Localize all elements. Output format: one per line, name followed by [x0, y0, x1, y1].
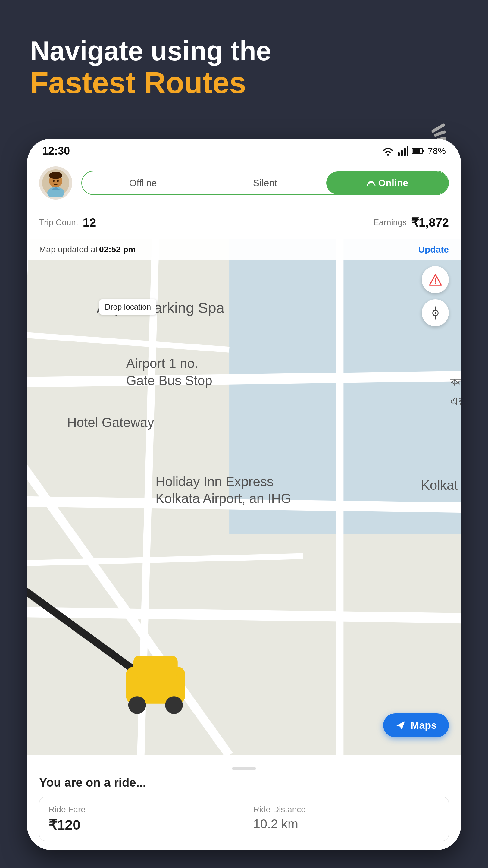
driver-header: Offline Silent Online [27, 160, 461, 206]
ride-fare-label: Ride Fare [48, 805, 235, 814]
phone-mockup: 12:30 [27, 138, 461, 850]
ride-details-card: Ride Fare ₹120 Ride Distance 10.2 km [39, 797, 449, 841]
svg-point-13 [57, 180, 59, 182]
silent-mode-btn[interactable]: Silent [204, 172, 326, 194]
svg-rect-6 [423, 150, 424, 152]
map-updated-label: Map updated at [39, 245, 98, 254]
phone-screen: 12:30 [27, 138, 461, 850]
ride-distance-value: 10.2 km [253, 817, 440, 831]
earnings-stat: Earnings ₹1,872 [244, 216, 449, 229]
battery-percent: 78% [428, 146, 446, 156]
trip-count-stat: Trip Count 12 [39, 216, 244, 229]
svg-point-12 [53, 180, 55, 182]
earnings-label: Earnings [373, 218, 407, 227]
trip-count-label: Trip Count [39, 218, 78, 227]
wifi-icon [382, 146, 394, 156]
ride-distance-item: Ride Distance 10.2 km [244, 797, 449, 841]
signal-icon [398, 146, 409, 156]
svg-point-0 [387, 154, 389, 156]
svg-text:Kolkata Airport, an IHG: Kolkata Airport, an IHG [156, 491, 291, 506]
status-icons: 78% [382, 146, 446, 156]
map-update-bar: Map updated at 02:52 pm Update [27, 239, 461, 260]
battery-icon [412, 147, 424, 155]
svg-rect-31 [133, 656, 178, 678]
avatar [39, 166, 72, 199]
map-container: Durganagar Airport Parking Spa Airport 1… [27, 239, 461, 755]
svg-rect-3 [404, 148, 406, 156]
drop-location-label: Drop location [99, 299, 156, 315]
svg-text:Airport 1 no.: Airport 1 no. [126, 356, 198, 371]
online-label: Online [378, 178, 409, 189]
map-update-text: Map updated at 02:52 pm [39, 245, 135, 254]
ride-panel-title: You are on a ride... [39, 776, 449, 789]
svg-point-53 [434, 312, 436, 314]
crosshair-icon [429, 306, 442, 320]
header-line2: Fastest Routes [30, 66, 271, 99]
update-button[interactable]: Update [418, 244, 449, 255]
status-time: 12:30 [42, 145, 70, 157]
map-background: Durganagar Airport Parking Spa Airport 1… [27, 239, 461, 755]
ride-distance-label: Ride Distance [253, 805, 440, 814]
drag-handle [232, 767, 256, 770]
offline-mode-btn[interactable]: Offline [82, 172, 204, 194]
maps-btn-label: Maps [411, 719, 437, 731]
ride-panel: You are on a ride... Ride Fare ₹120 Ride… [27, 755, 461, 850]
alert-button[interactable] [422, 266, 449, 293]
ride-fare-value: ₹120 [48, 817, 235, 833]
online-icon [366, 177, 376, 189]
map-update-time: 02:52 pm [99, 245, 135, 254]
ride-fare-item: Ride Fare ₹120 [39, 797, 244, 841]
svg-text:Gate Bus Stop: Gate Bus Stop [126, 373, 212, 388]
svg-text:Kolkat: Kolkat [421, 478, 458, 493]
svg-point-33 [165, 696, 183, 714]
svg-point-32 [128, 696, 146, 714]
earnings-value: ₹1,872 [411, 216, 449, 229]
svg-rect-7 [413, 149, 420, 153]
status-bar: 12:30 [27, 138, 461, 160]
svg-rect-4 [407, 146, 409, 156]
alert-triangle-icon [429, 273, 442, 287]
header-section: Navigate using the Fastest Routes [30, 36, 271, 99]
svg-rect-1 [398, 152, 400, 156]
drag-handle-container [39, 767, 449, 770]
header-line1: Navigate using the [30, 36, 271, 66]
wifi-signal-icon [366, 177, 376, 187]
maps-nav-button[interactable]: Maps [383, 713, 449, 737]
svg-point-11 [49, 172, 62, 179]
svg-text:Holiday Inn Express: Holiday Inn Express [156, 474, 273, 489]
svg-point-51 [435, 283, 436, 284]
online-mode-btn[interactable]: Online [326, 172, 448, 194]
svg-text:Hotel Gateway: Hotel Gateway [67, 415, 154, 430]
svg-text:এয়ারপোর্ট...: এয়ারপোর্ট... [450, 393, 461, 408]
svg-rect-2 [401, 150, 403, 156]
avatar-image [42, 169, 69, 196]
location-button[interactable] [422, 299, 449, 327]
mode-switcher[interactable]: Offline Silent Online [82, 171, 449, 195]
navigation-icon [395, 720, 406, 731]
stats-bar: Trip Count 12 Earnings ₹1,872 [27, 206, 461, 239]
trip-count-value: 12 [83, 216, 96, 229]
svg-text:কলকাতা: কলকাতা [450, 374, 461, 389]
